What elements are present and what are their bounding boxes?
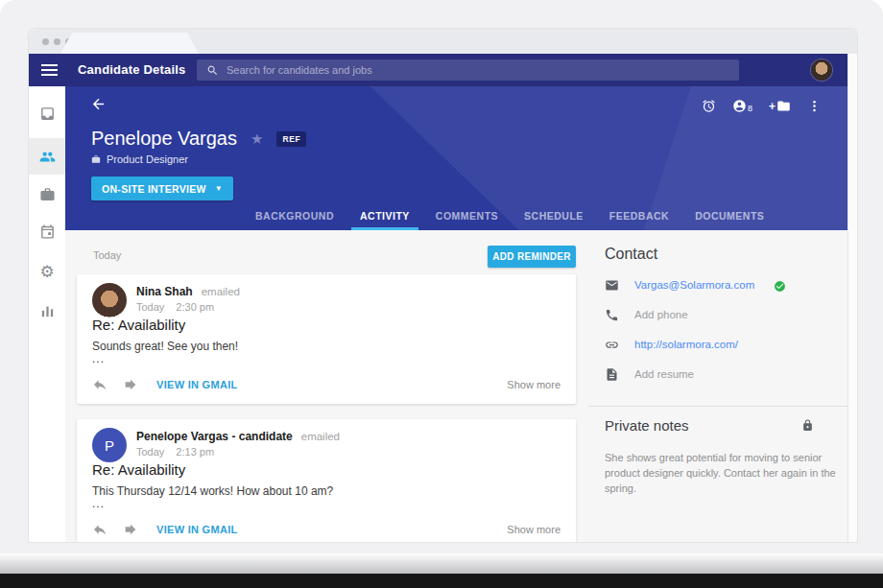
- check-circle-icon: [774, 280, 786, 293]
- add-phone-placeholder[interactable]: Add phone: [634, 309, 688, 320]
- activity-time: 2:30 pm: [176, 301, 214, 313]
- sidebar-item-inbox[interactable]: [29, 95, 65, 131]
- candidate-name: Penelope Vargas: [91, 128, 237, 150]
- add-to-job-button[interactable]: +: [769, 99, 791, 113]
- reply-icon[interactable]: [92, 522, 107, 537]
- activity-panel: Today ADD REMINDER Nina Shahemailed Toda…: [65, 230, 847, 542]
- activity-date: Today: [136, 446, 164, 458]
- email-ellipsis: ...: [92, 497, 105, 510]
- candidate-role: Product Designer: [107, 153, 188, 165]
- contact-section-title: Contact: [605, 246, 657, 263]
- briefcase-icon: [39, 186, 56, 202]
- laptop-mockup: Candidate Details: [0, 0, 883, 588]
- private-notes-body[interactable]: She shows great potential for moving to …: [605, 451, 845, 497]
- contact-email-row[interactable]: Vargas@Solarmora.com: [605, 276, 786, 294]
- activity-date: Today: [136, 301, 164, 313]
- kebab-menu-icon[interactable]: [807, 99, 822, 113]
- tab-comments[interactable]: COMMENTS: [436, 201, 498, 230]
- tab-activity[interactable]: ACTIVITY: [360, 201, 410, 230]
- window-control-dot[interactable]: [42, 38, 49, 45]
- phone-icon: [605, 308, 619, 322]
- email-subject: Re: Availability: [92, 317, 185, 333]
- card-byline: Penelope Vargas - candidateemailed: [136, 430, 340, 443]
- search-icon: [206, 64, 219, 77]
- page-title: Candidate Details: [78, 62, 186, 77]
- window-control-dot[interactable]: [54, 38, 60, 45]
- sidebar-item-reports[interactable]: [29, 293, 65, 329]
- candidate-header: 8 + Penelope Vargas ★ REF: [65, 86, 847, 230]
- card-timestamp: Today2:30 pm: [136, 301, 214, 313]
- sidebar-item-jobs[interactable]: [29, 176, 65, 212]
- card-footer: VIEW IN GMAIL Show more: [92, 519, 561, 540]
- card-byline: Nina Shahemailed: [136, 285, 240, 298]
- laptop-base: [0, 553, 883, 574]
- content-area: 8 + Penelope Vargas ★ REF: [65, 86, 847, 542]
- back-button[interactable]: [90, 96, 107, 113]
- search-input[interactable]: [227, 64, 739, 76]
- email-ellipsis: ...: [92, 352, 105, 365]
- header-actions: 8 +: [702, 99, 822, 113]
- show-more-link[interactable]: Show more: [507, 379, 561, 390]
- activity-action: emailed: [202, 286, 240, 297]
- email-snippet: Sounds great! See you then!: [92, 340, 238, 353]
- activity-card: Nina Shahemailed Today2:30 pm Re: Availa…: [77, 274, 576, 404]
- add-reminder-button[interactable]: ADD REMINDER: [488, 246, 576, 268]
- activity-action: emailed: [301, 431, 340, 442]
- timeline-group-label: Today: [93, 249, 121, 261]
- reply-icon[interactable]: [92, 377, 107, 392]
- author-name: Nina Shah: [136, 285, 193, 298]
- add-resume-placeholder[interactable]: Add resume: [634, 368, 694, 380]
- people-icon: [39, 149, 56, 165]
- sidebar-item-calendar[interactable]: [29, 213, 65, 249]
- avatar: P: [92, 428, 127, 462]
- arrow-back-icon: [90, 96, 107, 112]
- followers-button[interactable]: 8: [732, 99, 752, 113]
- calendar-icon: [39, 223, 56, 240]
- scrollbar-track[interactable]: [847, 54, 857, 542]
- gear-icon: ⚙: [39, 264, 54, 280]
- forward-icon[interactable]: [123, 522, 138, 537]
- reminder-alarm-icon[interactable]: [702, 99, 716, 113]
- folder-icon: [776, 99, 791, 113]
- sidebar-item-candidates[interactable]: [29, 138, 65, 175]
- tab-bar: BACKGROUND ACTIVITY COMMENTS SCHEDULE FE…: [255, 201, 764, 230]
- show-more-link[interactable]: Show more: [507, 524, 561, 535]
- activity-card: P Penelope Vargas - candidateemailed Tod…: [77, 419, 576, 542]
- interview-stage-label: ON-SITE INTERVIEW: [102, 183, 206, 195]
- tab-schedule[interactable]: SCHEDULE: [524, 201, 584, 230]
- menu-icon[interactable]: [41, 64, 58, 76]
- candidate-website[interactable]: http://solarmora.com/: [634, 339, 738, 350]
- main-area: ⚙ 8: [29, 86, 847, 542]
- tab-background[interactable]: BACKGROUND: [255, 201, 334, 230]
- candidate-email[interactable]: Vargas@Solarmora.com: [634, 279, 754, 291]
- forward-icon[interactable]: [123, 377, 138, 392]
- browser-window: Candidate Details: [29, 29, 857, 542]
- bar-chart-icon: [39, 303, 56, 319]
- search-bar[interactable]: [197, 59, 739, 81]
- interview-stage-button[interactable]: ON-SITE INTERVIEW ▼: [91, 176, 233, 200]
- person-circle-icon: [732, 99, 747, 113]
- email-snippet: This Thursday 12/14 works! How about 10 …: [92, 484, 333, 498]
- candidate-role-row: Product Designer: [91, 153, 188, 165]
- sidebar-item-settings[interactable]: ⚙: [29, 253, 65, 290]
- author-name: Penelope Vargas - candidate: [136, 430, 293, 443]
- view-in-gmail-link[interactable]: VIEW IN GMAIL: [156, 379, 238, 390]
- contact-phone-row[interactable]: Add phone: [605, 306, 786, 323]
- email-icon: [605, 278, 619, 293]
- contact-resume-row[interactable]: Add resume: [605, 365, 786, 383]
- lock-icon: [801, 419, 814, 432]
- view-in-gmail-link[interactable]: VIEW IN GMAIL: [156, 524, 238, 535]
- referral-badge: REF: [276, 131, 306, 147]
- tab-feedback[interactable]: FEEDBACK: [609, 201, 669, 230]
- star-icon[interactable]: ★: [251, 130, 263, 148]
- chevron-down-icon: ▼: [215, 184, 223, 193]
- user-avatar[interactable]: [811, 59, 832, 81]
- contact-website-row[interactable]: http://solarmora.com/: [605, 336, 786, 353]
- activity-time: 2:13 pm: [176, 446, 214, 458]
- tab-documents[interactable]: DOCUMENTS: [695, 201, 764, 230]
- browser-tab[interactable]: [60, 33, 199, 54]
- verified-badge: [774, 279, 786, 292]
- plus-icon: +: [769, 100, 776, 113]
- avatar: [92, 283, 127, 318]
- section-divider: [588, 406, 847, 407]
